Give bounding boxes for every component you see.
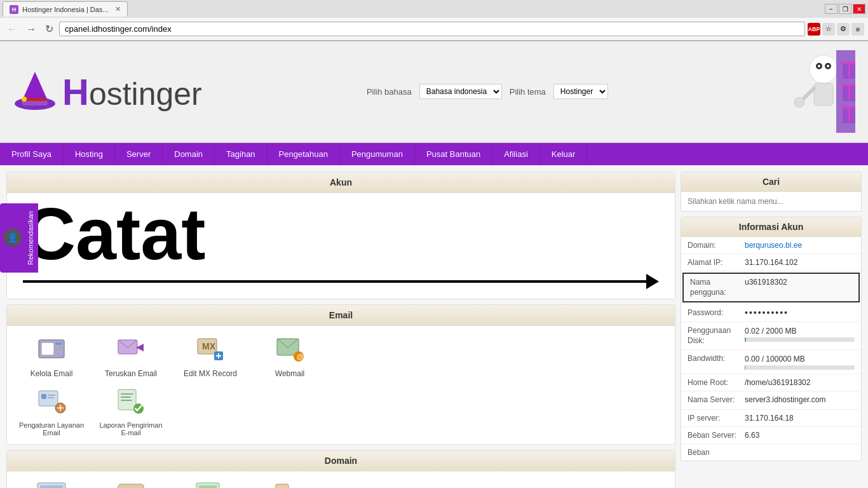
window-controls: − ❐ ✕ <box>825 4 865 14</box>
back-button[interactable]: ← <box>4 22 20 36</box>
nav-keluar[interactable]: Keluar <box>540 143 588 165</box>
password-info-row: Password: •••••••••• <box>681 304 861 322</box>
search-input[interactable] <box>681 192 861 211</box>
logo[interactable]: H ostinger <box>13 69 202 115</box>
password-info-label: Password: <box>688 308 745 317</box>
svg-rect-25 <box>55 342 62 345</box>
ip-info-row: Alamat IP: 31.170.164.102 <box>681 254 861 271</box>
svg-point-4 <box>22 97 27 102</box>
tambah-domain-icon <box>195 479 226 488</box>
homeroot-info-label: Home Root: <box>688 378 745 387</box>
nameserver-info-row: Nama Server: server3.idhostinger.com <box>681 391 861 410</box>
nav-server[interactable]: Server <box>115 143 163 165</box>
star-icon[interactable]: ☆ <box>822 23 835 36</box>
parkir-domain-item[interactable]: P Parkir Domain <box>96 479 166 488</box>
nav-hosting[interactable]: Hosting <box>64 143 115 165</box>
svg-rect-47 <box>121 396 131 398</box>
laporan-email-icon <box>116 386 146 416</box>
refresh-button[interactable]: ↻ <box>42 22 57 36</box>
svg-rect-48 <box>121 400 132 401</box>
arrow-head-icon <box>646 274 659 289</box>
svg-rect-2 <box>22 100 48 105</box>
nav-afiliasi[interactable]: Afiliasi <box>492 143 540 165</box>
kelola-email-item[interactable]: Kelola Email <box>17 334 86 378</box>
main-navigation: Profil Saya Hosting Server Domain Tagiha… <box>0 143 868 165</box>
laporan-email-item[interactable]: Laporan Pengiriman E-mail <box>96 386 166 437</box>
homeroot-info-row: Home Root: /home/u361918302 <box>681 374 861 391</box>
recommend-tab[interactable]: 👤 Rekomendasikan <box>0 203 38 273</box>
svg-text:MX: MX <box>202 341 216 351</box>
password-info-value: •••••••••• <box>745 308 789 318</box>
search-title: Cari <box>681 172 861 192</box>
svg-point-8 <box>818 65 820 67</box>
forward-button[interactable]: → <box>23 22 39 36</box>
nav-profil-saya[interactable]: Profil Saya <box>0 143 64 165</box>
theme-label: Pilih tema <box>510 87 546 97</box>
ipserver-info-row: IP server: 31.170.164.18 <box>681 410 861 427</box>
svg-rect-24 <box>41 342 54 355</box>
svg-rect-22 <box>848 106 850 122</box>
webmail-label: Webmail <box>275 369 304 378</box>
arrow-container <box>23 274 659 289</box>
domain-info-row: Domain: berquruseo.bl.ee <box>681 237 861 254</box>
teruskan-email-item[interactable]: Teruskan Email <box>96 334 166 378</box>
parkir-domain-icon: P <box>116 479 146 488</box>
svg-rect-19 <box>848 84 850 100</box>
nav-pengumuman[interactable]: Pengumuman <box>340 143 415 165</box>
tambah-domain-item[interactable]: Tambah Domain <box>175 479 245 488</box>
lang-label: Pilih bahasa <box>367 87 412 97</box>
nav-pengetahuan[interactable]: Pengetahuan <box>268 143 340 165</box>
domain-info-value[interactable]: berquruseo.bl.ee <box>745 241 802 250</box>
beban-server-info-row: Beban Server: 6.63 <box>681 427 861 444</box>
pengalihan-item[interactable]: Pengalihan <box>255 479 325 488</box>
browser-tab[interactable]: H Hostinger Indonesia | Das... ✕ <box>3 1 128 17</box>
nav-domain[interactable]: Domain <box>163 143 215 165</box>
menu-icon[interactable]: ≡ <box>851 23 864 36</box>
adblock-icon[interactable]: ABP <box>808 23 820 36</box>
beban-info-label: Beban <box>688 448 745 457</box>
tab-title: Hostinger Indonesia | Das... <box>22 6 109 13</box>
theme-select[interactable]: Hostinger <box>553 84 608 99</box>
homeroot-info-value: /home/u361918302 <box>745 378 810 387</box>
navigation-bar: ← → ↻ cpanel.idhostinger.com/index ABP ☆… <box>0 18 868 41</box>
domain-info-label: Domain: <box>688 241 745 250</box>
edit-mx-record-item[interactable]: MX Edit MX Record <box>175 334 245 378</box>
disk-bar-fill <box>745 337 746 342</box>
subdomain-item[interactable]: Subdomain <box>17 479 86 488</box>
lang-select[interactable]: Bahasa indonesia <box>419 84 502 99</box>
webmail-item[interactable]: @ Webmail <box>255 334 325 378</box>
tab-close-button[interactable]: ✕ <box>115 5 121 13</box>
svg-point-5 <box>810 55 837 83</box>
teruskan-email-label: Teruskan Email <box>105 369 157 378</box>
ip-info-label: Alamat IP: <box>688 258 745 267</box>
info-box: Informasi Akun Domain: berquruseo.bl.ee … <box>681 217 862 461</box>
bandwidth-info-value: 0.00 / 100000 MB <box>745 355 805 363</box>
settings-icon[interactable]: ⚙ <box>837 23 850 36</box>
recommend-label: Rekomendasikan <box>27 211 34 265</box>
content-area: Akun Catat Email <box>6 172 675 488</box>
bandwidth-bar-bg <box>745 365 855 370</box>
bandwidth-info-value-wrap: 0.00 / 100000 MB <box>745 354 855 370</box>
teruskan-email-icon <box>116 334 146 364</box>
ipserver-info-label: IP server: <box>688 414 745 423</box>
account-section-header: Akun <box>7 172 675 193</box>
restore-button[interactable]: ❐ <box>839 4 851 14</box>
nav-tagihan[interactable]: Tagihan <box>215 143 268 165</box>
ipserver-info-value: 31.170.164.18 <box>745 414 794 423</box>
beban-server-info-value: 6.63 <box>745 431 759 440</box>
laporan-email-label: Laporan Pengiriman E-mail <box>96 421 166 437</box>
address-bar[interactable]: cpanel.idhostinger.com/index <box>59 22 805 36</box>
svg-rect-54 <box>118 484 144 488</box>
minimize-button[interactable]: − <box>825 4 837 14</box>
domain-icons-grid: Subdomain P <box>7 471 675 488</box>
close-button[interactable]: ✕ <box>853 4 865 14</box>
catat-text: Catat <box>23 200 659 269</box>
avatar: 👤 <box>4 229 22 247</box>
title-bar: H Hostinger Indonesia | Das... ✕ − ❐ ✕ <box>0 0 868 18</box>
pengaturan-email-item[interactable]: Pengaturan Layanan Email <box>17 386 86 437</box>
main-layout: Akun Catat Email <box>0 165 868 488</box>
kelola-email-icon <box>36 334 67 364</box>
logo-hat-icon <box>13 69 57 115</box>
edit-mx-label: Edit MX Record <box>184 369 237 378</box>
nav-pusat-bantuan[interactable]: Pusat Bantuan <box>415 143 492 165</box>
